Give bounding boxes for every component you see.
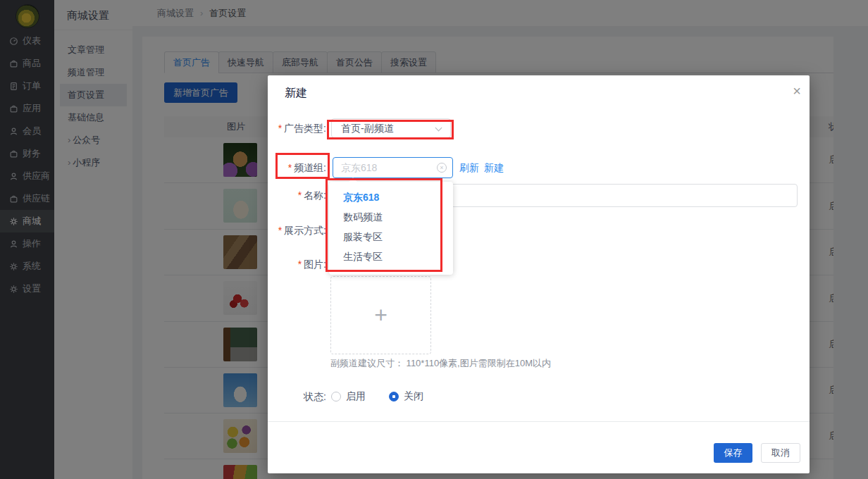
create-channel-link[interactable]: 新建	[484, 157, 504, 178]
plus-icon: +	[374, 302, 388, 328]
upload-hint: 副频道建议尺寸： 110*110像素,图片需限制在10M以内	[330, 357, 551, 370]
image-label: *图片:	[268, 257, 326, 271]
close-icon[interactable]: ×	[788, 82, 806, 101]
required-marker: *	[278, 225, 282, 236]
status-option-label: 启用	[346, 390, 366, 403]
status-label: 状态:	[268, 386, 326, 407]
annotation-box-channel-group-label	[275, 153, 330, 179]
name-label: *名称:	[268, 184, 326, 207]
refresh-link[interactable]: 刷新	[459, 157, 479, 178]
required-marker: *	[298, 259, 302, 270]
annotation-box-ad-type	[327, 120, 454, 139]
save-button[interactable]: 保存	[714, 443, 752, 463]
display-mode-label: *展示方式:	[268, 223, 326, 237]
status-option-label: 关闭	[404, 390, 423, 403]
annotation-box-dropdown	[326, 178, 442, 272]
clear-icon[interactable]: ×	[437, 163, 447, 173]
app-window: 仪表商品订单应用会员财务供应商供应链商城操作系统设置 商城设置 文章管理频道管理…	[0, 0, 868, 479]
required-marker: *	[298, 189, 302, 201]
cancel-button[interactable]: 取消	[761, 443, 800, 463]
status-radio-group: 启用关闭	[331, 386, 423, 407]
channel-group-input[interactable]	[333, 158, 452, 178]
status-radio-unchecked[interactable]	[331, 392, 341, 402]
required-marker: *	[278, 123, 282, 134]
modal-title: 新建	[285, 86, 307, 101]
channel-group-field: ×	[333, 157, 453, 178]
footer-divider	[268, 421, 810, 422]
status-radio-checked[interactable]	[389, 392, 399, 402]
image-upload-box[interactable]: +	[330, 276, 431, 354]
ad-type-label: *广告类型:	[268, 118, 326, 138]
